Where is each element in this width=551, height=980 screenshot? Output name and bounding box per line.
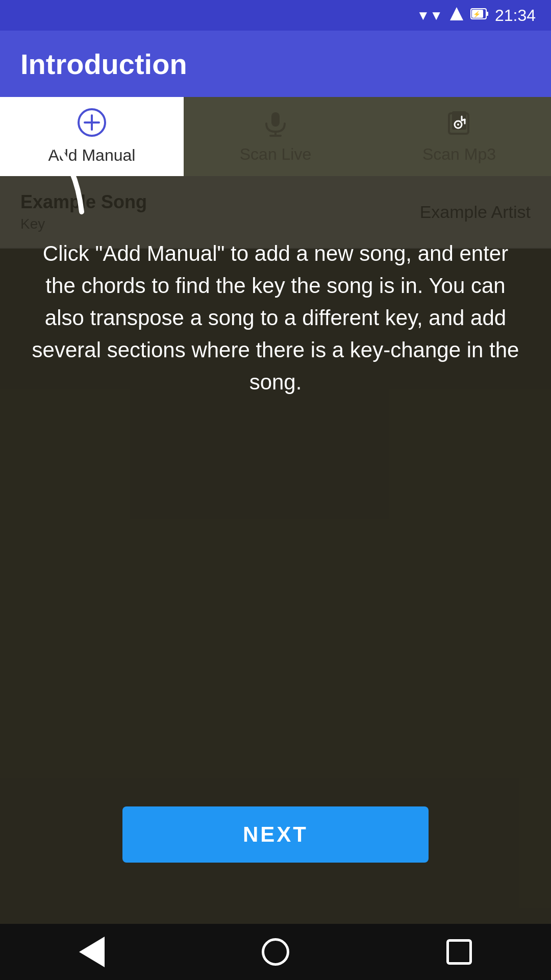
- svg-rect-8: [271, 112, 280, 127]
- svg-point-14: [457, 124, 459, 126]
- tab-scan-live[interactable]: Scan Live: [184, 97, 367, 176]
- intro-description: Click "Add Manual" to add a new song, an…: [0, 237, 551, 398]
- back-button[interactable]: [77, 937, 107, 967]
- signal-icon: [449, 6, 464, 25]
- svg-rect-2: [486, 12, 488, 16]
- recents-button[interactable]: [444, 937, 474, 967]
- tab-scan-live-label: Scan Live: [240, 145, 312, 164]
- svg-marker-0: [450, 7, 463, 20]
- content-area: Example Song Key Example Artist Click "A…: [0, 176, 551, 924]
- home-button[interactable]: [260, 937, 291, 967]
- svg-text:⚡: ⚡: [473, 10, 481, 18]
- recents-icon: [446, 939, 472, 965]
- status-icons: ▼▼ ⚡ 21:34: [416, 6, 536, 25]
- next-button-container: NEXT: [122, 806, 429, 863]
- scan-live-icon: [261, 109, 290, 140]
- scan-mp3-icon: [445, 109, 473, 140]
- nav-bar: [0, 924, 551, 980]
- battery-icon: ⚡: [470, 7, 489, 24]
- wifi-icon: ▼▼: [416, 8, 442, 23]
- status-time: 21:34: [495, 6, 536, 25]
- home-icon: [262, 938, 289, 966]
- status-bar: ▼▼ ⚡ 21:34: [0, 0, 551, 31]
- intro-overlay: Click "Add Manual" to add a new song, an…: [0, 176, 551, 924]
- app-bar: Introduction: [0, 31, 551, 97]
- page-title: Introduction: [20, 47, 187, 81]
- tab-scan-mp3[interactable]: Scan Mp3: [367, 97, 551, 176]
- arrow-indicator: [36, 125, 107, 224]
- back-icon: [79, 937, 105, 967]
- next-button[interactable]: NEXT: [122, 806, 429, 863]
- tab-scan-mp3-label: Scan Mp3: [422, 145, 496, 164]
